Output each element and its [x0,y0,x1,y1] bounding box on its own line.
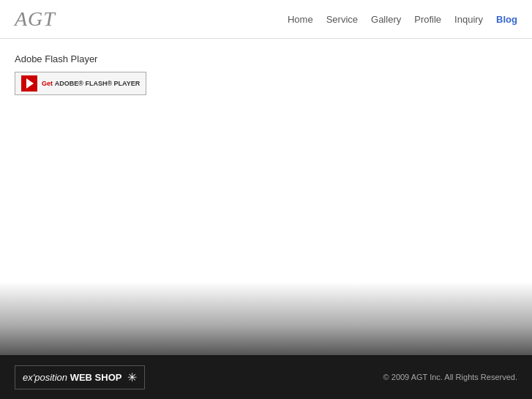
nav-blog[interactable]: Blog [496,14,517,25]
header: AGT Home Service Gallery Profile Inquiry… [0,0,532,39]
nav-gallery[interactable]: Gallery [371,14,401,25]
snowflake-icon: ✳ [127,370,137,384]
gradient-section [0,282,532,355]
footer-copyright: © 2009 AGT Inc. All Rights Reserved. [383,373,517,381]
footer-logo[interactable]: ex'position WEB SHOP ✳ [15,365,145,389]
nav-home[interactable]: Home [288,14,313,25]
flash-icon [21,75,37,92]
nav-service[interactable]: Service [326,14,358,25]
flash-label: Adobe Flash Player [15,53,517,64]
flash-badge-text: Get ADOBE® FLASH® PLAYER [42,79,140,88]
nav-profile[interactable]: Profile [414,14,441,25]
flash-badge[interactable]: Get ADOBE® FLASH® PLAYER [15,72,146,95]
content-area [0,165,532,282]
footer: ex'position WEB SHOP ✳ © 2009 AGT Inc. A… [0,355,532,399]
footer-logo-text: ex'position WEB SHOP [23,372,121,383]
nav-inquiry[interactable]: Inquiry [454,14,483,25]
main-content: Adobe Flash Player Get ADOBE® FLASH® PLA… [0,39,532,165]
main-nav: Home Service Gallery Profile Inquiry Blo… [288,14,517,25]
site-logo[interactable]: AGT [15,7,56,31]
